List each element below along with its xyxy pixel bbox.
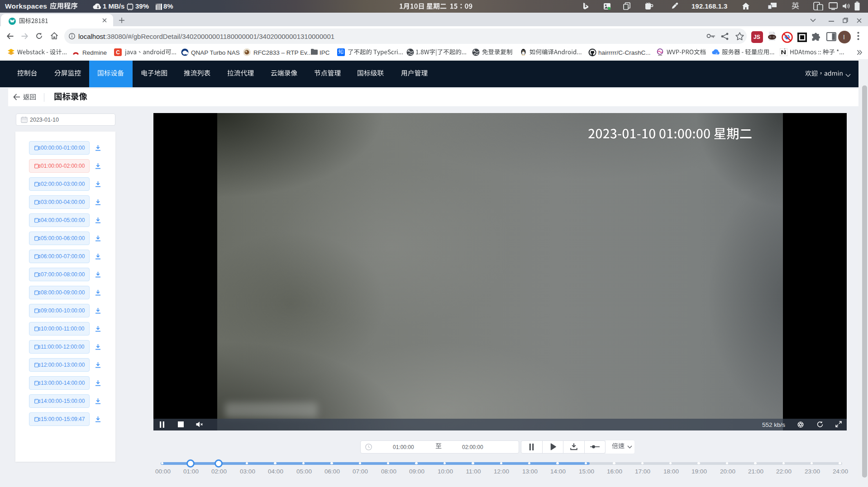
svg-text:C: C	[116, 49, 120, 56]
